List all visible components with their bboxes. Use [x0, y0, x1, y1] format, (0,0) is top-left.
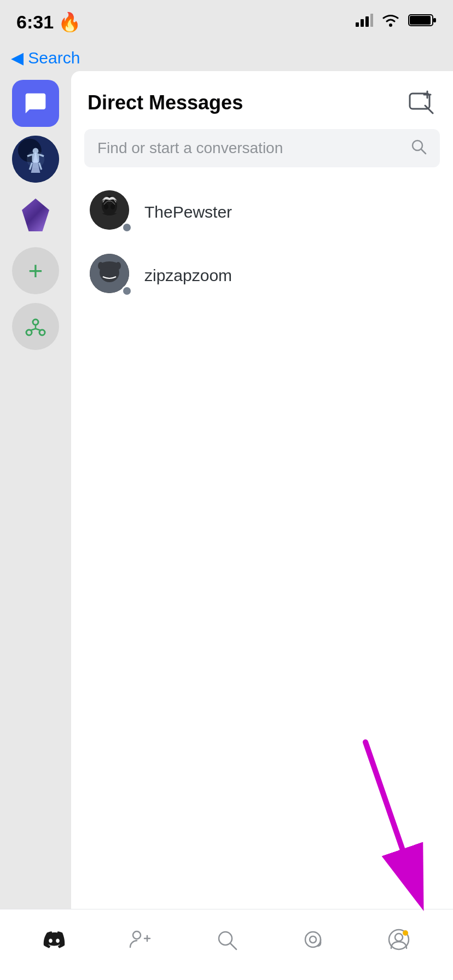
svg-line-48: [230, 943, 236, 949]
svg-rect-0: [356, 22, 359, 27]
discord-tab-icon: [42, 928, 66, 952]
conversation-list: ThePewster: [71, 180, 453, 909]
dm-header: Direct Messages: [71, 71, 453, 129]
status-dot-thepewster: [121, 222, 132, 233]
crystal-icon: [22, 199, 49, 231]
profile-tab-icon: [387, 928, 411, 952]
avatar-wrap-thepewster: [90, 190, 133, 234]
signal-icon: [356, 14, 373, 31]
back-label[interactable]: ◀ Search: [11, 48, 80, 67]
svg-rect-2: [365, 16, 369, 27]
dm-title: Direct Messages: [88, 91, 243, 114]
search-bar[interactable]: Find or start a conversation: [84, 129, 440, 167]
tab-mentions[interactable]: [280, 918, 346, 961]
svg-point-41: [115, 262, 121, 270]
svg-rect-3: [370, 14, 373, 27]
svg-point-17: [33, 319, 38, 325]
sidebar-dm-button[interactable]: [12, 80, 59, 127]
svg-point-40: [98, 262, 103, 270]
battery-icon: [408, 13, 437, 31]
svg-point-39: [101, 261, 118, 268]
new-dm-button[interactable]: [406, 88, 437, 118]
message-icon: [24, 91, 48, 115]
svg-point-54: [403, 930, 408, 936]
main-layout: + Direct Messages: [0, 71, 453, 909]
tab-discord[interactable]: [21, 918, 87, 961]
conversation-name-zipzapzoom: zipzapzoom: [144, 266, 232, 285]
discover-icon: [23, 314, 48, 339]
sidebar-add-server[interactable]: +: [12, 247, 59, 294]
svg-point-37: [103, 269, 106, 272]
svg-rect-7: [433, 18, 436, 22]
conversation-item-thepewster[interactable]: ThePewster: [84, 180, 440, 244]
wifi-icon: [381, 13, 400, 32]
svg-point-50: [310, 936, 316, 943]
mentions-tab-icon: [301, 928, 325, 952]
sidebar: +: [0, 71, 71, 909]
tab-search[interactable]: [194, 918, 259, 961]
svg-point-49: [305, 932, 321, 947]
svg-line-21: [31, 329, 36, 330]
svg-point-44: [133, 931, 141, 939]
search-tab-icon: [214, 928, 239, 952]
sidebar-server-crystal[interactable]: [12, 191, 59, 238]
svg-point-31: [104, 204, 108, 209]
svg-point-10: [27, 150, 44, 168]
tab-profile[interactable]: [366, 918, 432, 961]
moon-server-icon: [12, 136, 59, 183]
svg-rect-6: [410, 16, 431, 25]
flame-icon: 🔥: [58, 11, 81, 33]
plus-icon: +: [28, 258, 43, 283]
search-icon: [410, 138, 427, 159]
search-placeholder: Find or start a conversation: [97, 139, 402, 157]
status-icons: [356, 13, 437, 32]
sidebar-discover[interactable]: [12, 303, 59, 350]
search-container: Find or start a conversation: [71, 129, 453, 180]
status-bar: 6:31 🔥: [0, 0, 453, 44]
svg-point-32: [111, 204, 115, 209]
status-dot-zipzapzoom: [121, 285, 132, 296]
tab-friends[interactable]: [107, 918, 173, 961]
svg-rect-1: [361, 19, 364, 27]
tab-bar: [0, 909, 453, 980]
back-navigation[interactable]: ◀ Search: [0, 44, 453, 71]
friends-tab-icon: [128, 928, 152, 952]
status-time: 6:31 🔥: [16, 11, 81, 33]
svg-line-22: [36, 329, 40, 330]
svg-point-4: [389, 24, 392, 27]
svg-point-38: [113, 269, 116, 272]
new-dm-icon: [409, 90, 434, 115]
svg-line-28: [421, 149, 426, 154]
time-display: 6:31: [16, 11, 54, 33]
conversation-item-zipzapzoom[interactable]: zipzapzoom: [84, 244, 440, 307]
avatar-wrap-zipzapzoom: [90, 254, 133, 298]
svg-point-11: [33, 148, 39, 154]
right-panel: Direct Messages Find or start a conversa…: [71, 71, 453, 909]
svg-point-53: [395, 934, 403, 941]
svg-rect-12: [32, 153, 39, 162]
sidebar-server-moon[interactable]: [12, 136, 59, 183]
conversation-name-thepewster: ThePewster: [144, 203, 232, 221]
